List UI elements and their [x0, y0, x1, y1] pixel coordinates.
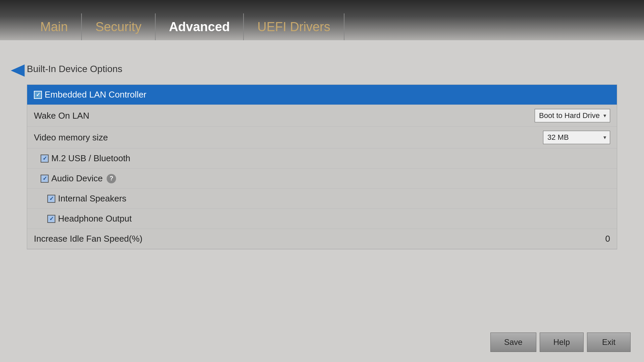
nav-tabs: Main Security Advanced UEFI Drivers	[0, 0, 344, 40]
embedded-lan-checkbox[interactable]	[34, 91, 42, 99]
tab-security[interactable]: Security	[82, 13, 155, 40]
svg-marker-2	[11, 64, 24, 77]
section-title: Built-In Device Options	[27, 64, 617, 74]
headphone-output-label: Headphone Output	[58, 214, 132, 224]
embedded-lan-label: Embedded LAN Controller	[45, 89, 147, 100]
internal-speakers-label: Internal Speakers	[58, 193, 126, 204]
bottom-buttons: Save Help Exit	[490, 333, 631, 352]
audio-device-label: Audio Device	[51, 173, 103, 184]
setting-row-idle-fan-speed: Increase Idle Fan Speed(%) 0	[27, 229, 617, 249]
help-button[interactable]: Help	[540, 333, 584, 352]
audio-device-checkbox[interactable]	[41, 175, 49, 183]
internal-speakers-checkbox[interactable]	[47, 195, 55, 203]
tab-uefi-drivers[interactable]: UEFI Drivers	[244, 13, 344, 40]
tab-advanced[interactable]: Advanced	[156, 13, 244, 40]
setting-row-internal-speakers[interactable]: Internal Speakers	[27, 189, 617, 209]
audio-device-checkbox-item[interactable]: Audio Device ?	[41, 173, 116, 184]
tab-main[interactable]: Main	[27, 13, 82, 40]
m2-usb-checkbox[interactable]	[41, 155, 49, 163]
internal-speakers-checkbox-item[interactable]: Internal Speakers	[47, 193, 126, 204]
video-memory-dropdown-value: 32 MB	[547, 133, 569, 142]
wake-on-lan-dropdown-value: Boot to Hard Drive	[539, 111, 600, 120]
setting-row-embedded-lan[interactable]: Embedded LAN Controller	[27, 85, 617, 105]
settings-list: Embedded LAN Controller Wake On LAN Boot…	[27, 84, 617, 249]
setting-row-headphone-output[interactable]: Headphone Output	[27, 209, 617, 229]
idle-fan-speed-label: Increase Idle Fan Speed(%)	[34, 234, 605, 244]
video-memory-dropdown-arrow-icon: ▼	[602, 135, 607, 140]
setting-row-m2-usb-bluetooth[interactable]: M.2 USB / Bluetooth	[27, 148, 617, 169]
audio-device-help-icon[interactable]: ?	[107, 174, 116, 183]
headphone-output-checkbox-item[interactable]: Headphone Output	[47, 214, 132, 224]
setting-row-audio-device[interactable]: Audio Device ?	[27, 169, 617, 189]
video-memory-dropdown[interactable]: 32 MB ▼	[543, 131, 610, 144]
main-content: Built-In Device Options Embedded LAN Con…	[27, 44, 617, 328]
setting-row-wake-on-lan: Wake On LAN Boot to Hard Drive ▼	[27, 105, 617, 127]
setting-row-video-memory: Video memory size 32 MB ▼	[27, 127, 617, 148]
headphone-output-checkbox[interactable]	[47, 215, 55, 223]
video-memory-label: Video memory size	[34, 132, 543, 143]
m2-usb-label: M.2 USB / Bluetooth	[51, 153, 130, 164]
wake-on-lan-dropdown-arrow-icon: ▼	[602, 113, 607, 118]
exit-button[interactable]: Exit	[587, 333, 631, 352]
top-navigation-bar: Main Security Advanced UEFI Drivers	[0, 0, 644, 40]
back-arrow-icon	[8, 61, 26, 80]
embedded-lan-checkbox-item[interactable]: Embedded LAN Controller	[34, 89, 147, 100]
video-memory-value: 32 MB ▼	[543, 131, 610, 144]
wake-on-lan-dropdown[interactable]: Boot to Hard Drive ▼	[535, 109, 610, 122]
wake-on-lan-value: Boot to Hard Drive ▼	[535, 109, 610, 122]
idle-fan-speed-value: 0	[605, 234, 610, 244]
save-button[interactable]: Save	[490, 333, 536, 352]
back-arrow-button[interactable]	[7, 60, 27, 80]
m2-usb-checkbox-item[interactable]: M.2 USB / Bluetooth	[41, 153, 130, 164]
wake-on-lan-label: Wake On LAN	[34, 111, 535, 121]
